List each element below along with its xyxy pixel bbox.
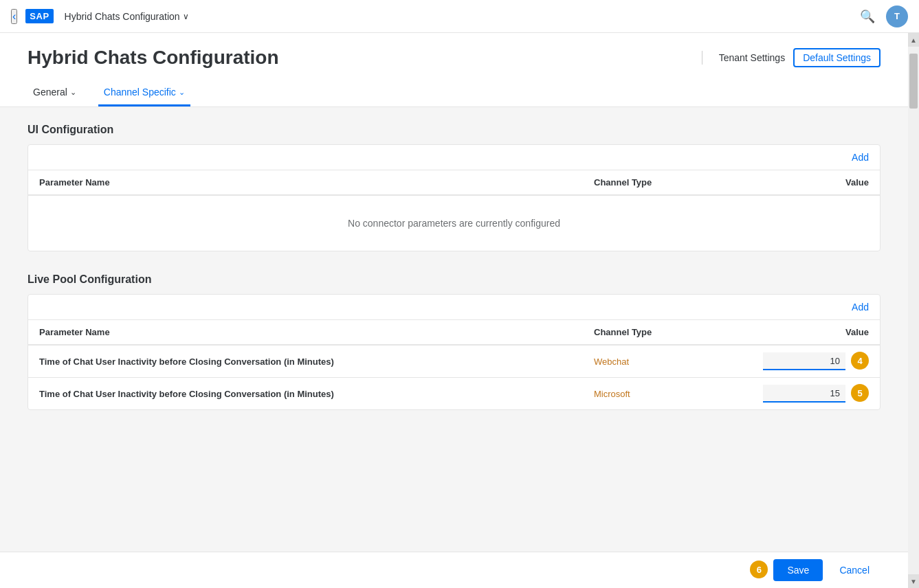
top-nav: ‹ SAP Hybrid Chats Configuration ∨ 🔍 T <box>0 0 919 33</box>
nav-title: Hybrid Chats Configuration ∨ <box>65 11 189 22</box>
tab-general-label: General <box>33 87 67 98</box>
ui-config-toolbar: Add <box>28 145 880 170</box>
ui-config-table-card: Add Parameter Name Channel Type Value No… <box>27 144 881 251</box>
row1-param-name: Time of Chat User Inactivity before Clos… <box>39 357 594 367</box>
back-icon: ‹ <box>12 10 16 22</box>
scrollbar-track <box>908 47 919 574</box>
table-row: Time of Chat User Inactivity before Clos… <box>28 346 880 378</box>
live-pool-section-title: Live Pool Configuration <box>27 273 881 286</box>
scrollbar[interactable]: ▲ ▼ <box>908 33 919 588</box>
row1-channel-type: Webchat <box>594 357 731 367</box>
live-pool-col-value: Value <box>731 327 869 337</box>
ui-config-table-header: Parameter Name Channel Type Value <box>28 170 880 196</box>
user-avatar[interactable]: T <box>886 5 908 27</box>
tab-channel-specific-chevron-icon: ⌄ <box>179 88 185 97</box>
sap-logo-text: SAP <box>25 9 53 23</box>
tab-general-chevron-icon: ⌄ <box>70 88 76 97</box>
ui-config-col-param-name: Parameter Name <box>39 177 594 188</box>
row1-value-input[interactable] <box>763 352 845 370</box>
row2-value-input[interactable] <box>763 385 845 403</box>
default-settings-button[interactable]: Default Settings <box>793 48 881 67</box>
nav-title-chevron-icon: ∨ <box>183 12 189 21</box>
live-pool-col-param-name: Parameter Name <box>39 327 594 337</box>
tab-channel-specific[interactable]: Channel Specific ⌄ <box>98 80 190 106</box>
back-button[interactable]: ‹ <box>11 9 17 24</box>
page-header-top: Hybrid Chats Configuration Tenant Settin… <box>27 47 881 80</box>
settings-buttons: Tenant Settings Default Settings <box>702 48 881 67</box>
nav-right: 🔍 T <box>860 5 908 27</box>
scrollbar-down-arrow[interactable]: ▼ <box>908 574 919 588</box>
ui-config-col-value: Value <box>731 177 869 188</box>
ui-config-col-channel-type: Channel Type <box>594 177 731 188</box>
user-initial: T <box>894 11 900 21</box>
ui-config-empty-message: No connector parameters are currently co… <box>28 196 880 251</box>
scrollbar-thumb[interactable] <box>909 54 918 109</box>
live-pool-col-channel-type: Channel Type <box>594 327 731 337</box>
nav-title-text: Hybrid Chats Configuration <box>65 11 180 22</box>
bottom-step-badge: 6 <box>750 561 768 578</box>
live-pool-toolbar: Add <box>28 295 880 320</box>
bottom-bar: 6 Save Cancel <box>0 552 908 588</box>
tab-channel-specific-label: Channel Specific <box>104 87 176 98</box>
content-body: UI Configuration Add Parameter Name Chan… <box>0 107 908 588</box>
row2-value-cell: 5 <box>731 385 869 403</box>
live-pool-table-header: Parameter Name Channel Type Value <box>28 320 880 346</box>
live-pool-add-button[interactable]: Add <box>852 302 869 313</box>
search-button[interactable]: 🔍 <box>860 9 875 24</box>
cancel-button[interactable]: Cancel <box>828 559 881 581</box>
tab-general[interactable]: General ⌄ <box>27 80 82 106</box>
ui-config-section-title: UI Configuration <box>27 124 881 136</box>
ui-config-add-button[interactable]: Add <box>852 152 869 163</box>
save-button[interactable]: Save <box>773 559 823 581</box>
row2-step-badge: 5 <box>851 384 869 402</box>
tenant-settings-button[interactable]: Tenant Settings <box>711 49 794 66</box>
page-header: Hybrid Chats Configuration Tenant Settin… <box>0 33 908 107</box>
scrollbar-up-arrow[interactable]: ▲ <box>908 33 919 47</box>
page-wrapper: Hybrid Chats Configuration Tenant Settin… <box>0 33 919 588</box>
row1-step-badge: 4 <box>851 352 869 370</box>
sap-logo: SAP <box>25 9 53 23</box>
row2-param-name: Time of Chat User Inactivity before Clos… <box>39 389 594 399</box>
table-row: Time of Chat User Inactivity before Clos… <box>28 378 880 409</box>
settings-divider <box>702 51 702 65</box>
row2-channel-type: Microsoft <box>594 389 731 399</box>
main-content: Hybrid Chats Configuration Tenant Settin… <box>0 33 908 588</box>
page-title: Hybrid Chats Configuration <box>27 47 279 69</box>
row1-value-cell: 4 <box>731 352 869 370</box>
tabs-row: General ⌄ Channel Specific ⌄ <box>27 80 881 106</box>
live-pool-table-card: Add Parameter Name Channel Type Value Ti… <box>27 294 881 410</box>
